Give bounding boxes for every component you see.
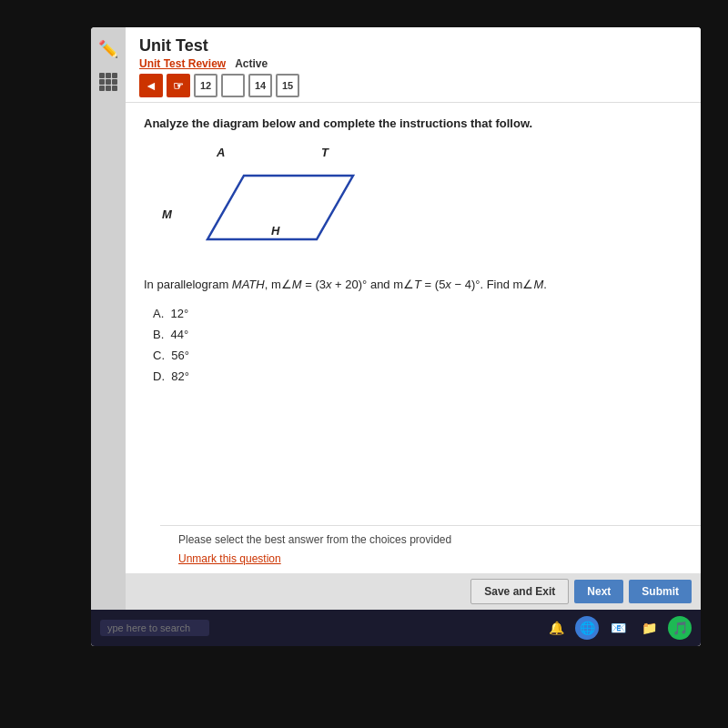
svg-marker-0 bbox=[207, 176, 353, 239]
choice-B[interactable]: B. 44° bbox=[153, 326, 682, 343]
grid-icon bbox=[99, 73, 117, 91]
taskbar-folder-icon[interactable]: 📁 bbox=[637, 616, 661, 640]
active-label: Active bbox=[235, 57, 268, 70]
choice-C[interactable]: C. 56° bbox=[153, 347, 682, 364]
taskbar-icons: 🔔 🌐 📧 📁 🎵 bbox=[544, 616, 692, 640]
breadcrumb-row: Unit Test Review Active bbox=[139, 57, 687, 70]
question-body: Analyze the diagram below and complete t… bbox=[126, 103, 701, 399]
unmark-link[interactable]: Unmark this question bbox=[178, 552, 281, 565]
taskbar-phone-icon[interactable]: 🔔 bbox=[544, 616, 568, 640]
breadcrumb-link[interactable]: Unit Test Review bbox=[139, 57, 226, 70]
label-M: M bbox=[162, 207, 172, 221]
choice-A[interactable]: A. 12° bbox=[153, 305, 682, 322]
nav-btn-15[interactable]: 15 bbox=[276, 74, 299, 97]
left-sidebar: ✏️ bbox=[91, 27, 126, 646]
submit-button[interactable]: Submit bbox=[629, 580, 692, 603]
next-button[interactable]: Next bbox=[574, 580, 623, 603]
nav-btn-12[interactable]: 12 bbox=[194, 74, 217, 97]
parallelogram-diagram bbox=[171, 162, 371, 253]
taskbar-search-input[interactable] bbox=[100, 620, 209, 636]
save-exit-button[interactable]: Save and Exit bbox=[470, 579, 569, 604]
label-H: H bbox=[271, 224, 279, 238]
choice-D[interactable]: D. 82° bbox=[153, 368, 682, 385]
footer-bar: Save and Exit Next Submit bbox=[126, 573, 701, 610]
nav-cursor-button[interactable]: ☞ bbox=[167, 74, 190, 97]
bottom-instruction-text: Please select the best answer from the c… bbox=[178, 533, 682, 546]
taskbar-music-icon[interactable]: 🎵 bbox=[668, 616, 692, 640]
page-title: Unit Test bbox=[139, 36, 687, 56]
nav-back-button[interactable]: ◄ bbox=[139, 74, 163, 97]
label-T: T bbox=[321, 146, 329, 159]
taskbar-browser-icon[interactable]: 🌐 bbox=[575, 616, 599, 640]
grid-sidebar-button[interactable] bbox=[96, 69, 121, 95]
nav-btn-blank[interactable] bbox=[221, 74, 245, 97]
main-content: Unit Test Unit Test Review Active ◄ ☞ 12 bbox=[126, 27, 701, 646]
pencil-sidebar-button[interactable]: ✏️ bbox=[96, 36, 121, 62]
answer-choices: A. 12° B. 44° C. 56° D. 82° bbox=[153, 305, 682, 385]
pencil-icon: ✏️ bbox=[98, 39, 118, 59]
taskbar: 🔔 🌐 📧 📁 🎵 bbox=[91, 610, 701, 646]
nav-btn-14[interactable]: 14 bbox=[248, 74, 272, 97]
taskbar-mail-icon[interactable]: 📧 bbox=[606, 616, 630, 640]
header: Unit Test Unit Test Review Active ◄ ☞ 12 bbox=[126, 27, 701, 103]
question-nav: ◄ ☞ 12 14 15 bbox=[139, 74, 687, 97]
label-A: A bbox=[217, 146, 225, 159]
instruction-text: Analyze the diagram below and complete t… bbox=[144, 116, 682, 130]
bottom-instruction: Please select the best answer from the c… bbox=[160, 525, 701, 573]
hand-cursor-icon: ☞ bbox=[173, 79, 184, 93]
diagram-area: A T M H bbox=[162, 144, 417, 262]
question-text: In parallelogram MATH, m∠M = (3x + 20)° … bbox=[144, 276, 682, 294]
